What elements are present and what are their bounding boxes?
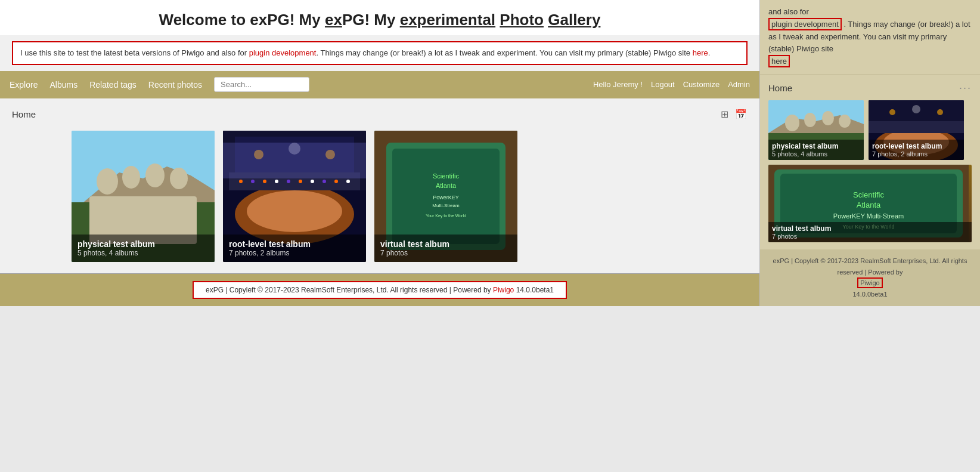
nav-customize[interactable]: Customize — [683, 80, 720, 89]
svg-text:PowerKEY: PowerKEY — [433, 195, 459, 200]
right-panel: and also for plugin development . Things… — [759, 0, 980, 306]
notice-here-link[interactable]: here — [693, 48, 708, 57]
album-meta-physical: 5 photos, 4 albums — [77, 249, 209, 257]
svg-point-18 — [263, 180, 266, 183]
svg-point-38 — [804, 113, 816, 127]
svg-text:Scientific: Scientific — [433, 172, 460, 180]
svg-point-37 — [785, 115, 799, 131]
right-album-meta-physical: 5 photos, 4 albums — [772, 150, 860, 158]
calendar-view-icon[interactable]: 📅 — [734, 108, 748, 121]
svg-text:Atlanta: Atlanta — [436, 182, 457, 189]
breadcrumb-row: Home ⊞ 📅 — [12, 108, 748, 121]
right-album-card-virtual[interactable]: Scientific Atlanta PowerKEY Multi-Stream… — [768, 165, 972, 242]
album-overlay-physical: physical test album 5 photos, 4 albums — [72, 235, 215, 262]
notice-plugin-link[interactable]: plugin development — [249, 48, 317, 57]
right-panel-section: Home ··· physical — [760, 75, 980, 249]
svg-text:PowerKEY Multi-Stream: PowerKEY Multi-Stream — [833, 212, 904, 220]
right-album-card-root[interactable]: root-level test album 7 photos, 2 albums — [869, 100, 964, 160]
right-album-meta-virtual: 7 photos — [772, 233, 968, 240]
right-dots-menu[interactable]: ··· — [959, 82, 972, 94]
nav-logout[interactable]: Logout — [651, 80, 675, 89]
svg-point-23 — [322, 180, 326, 183]
svg-point-25 — [346, 180, 350, 183]
nav-bar: Explore Albums Related tags Recent photo… — [0, 71, 759, 98]
notice-bar: I use this site to test the latest beta … — [12, 41, 748, 65]
svg-text:Your Key to the World: Your Key to the World — [426, 214, 466, 218]
album-name-root: root-level test album — [229, 239, 360, 249]
album-card-physical[interactable]: physical test album 5 photos, 4 albums — [72, 131, 215, 262]
right-panel-footer: exPG | Copyleft © 2017-2023 RealmSoft En… — [760, 249, 980, 306]
right-plugin-development-highlight: plugin development — [768, 18, 842, 30]
svg-point-5 — [145, 163, 165, 187]
right-album-meta-root: 7 photos, 2 albums — [872, 150, 960, 158]
right-footer-piwigo-highlight[interactable]: Piwigo — [857, 277, 882, 288]
svg-point-14 — [325, 150, 335, 159]
nav-explore[interactable]: Explore — [10, 80, 38, 90]
title-underline-experimental: ex — [325, 11, 342, 29]
albums-grid: physical test album 5 photos, 4 albums — [72, 131, 748, 262]
nav-admin[interactable]: Admin — [728, 80, 750, 89]
svg-point-22 — [311, 180, 314, 183]
svg-point-19 — [275, 180, 278, 183]
right-notice-and-also: and also for — [768, 7, 809, 16]
notice-text-before: I use this site to test the latest beta … — [20, 48, 249, 57]
svg-point-3 — [97, 168, 118, 195]
svg-point-16 — [239, 180, 243, 183]
nav-related-tags[interactable]: Related tags — [89, 80, 137, 90]
svg-rect-48 — [869, 121, 964, 133]
svg-point-9 — [247, 190, 342, 232]
svg-point-40 — [839, 115, 851, 128]
nav-albums[interactable]: Albums — [49, 80, 77, 90]
svg-text:Atlanta: Atlanta — [857, 200, 881, 209]
right-footer-version: 14.0.0beta1 — [852, 291, 887, 298]
notice-text-after: . — [708, 48, 711, 57]
right-home-label: Home — [768, 83, 792, 93]
site-footer: exPG | Copyleft © 2017-2023 RealmSoft En… — [0, 273, 759, 306]
page-content: Home ⊞ 📅 — [0, 98, 759, 273]
album-name-physical: physical test album — [77, 239, 209, 249]
album-overlay-virtual: virtual test album 7 photos — [374, 235, 517, 262]
svg-point-47 — [937, 109, 943, 115]
site-header: Welcome to exPG! My exPG! My experimenta… — [0, 0, 759, 35]
search-input[interactable] — [214, 77, 309, 92]
main-area: Welcome to exPG! My exPG! My experimenta… — [0, 0, 759, 306]
album-card-root[interactable]: root-level test album 7 photos, 2 albums — [223, 131, 366, 262]
site-title: Welcome to exPG! My exPG! My experimenta… — [0, 11, 759, 29]
right-albums-grid: physical test album 5 photos, 4 albums — [768, 100, 972, 242]
nav-recent-photos[interactable]: Recent photos — [148, 80, 202, 90]
album-name-virtual: virtual test album — [380, 239, 511, 249]
svg-point-20 — [287, 180, 290, 183]
greeting-text: Hello Jeremy ! — [593, 80, 643, 89]
footer-piwigo-link[interactable]: Piwigo — [493, 286, 514, 294]
right-album-card-physical[interactable]: physical test album 5 photos, 4 albums — [768, 100, 864, 160]
right-home-label-row: Home ··· — [768, 82, 972, 94]
right-album-overlay-physical: physical test album 5 photos, 4 albums — [768, 140, 864, 160]
nav-links: Explore Albums Related tags Recent photo… — [10, 77, 593, 92]
right-footer-text: exPG | Copyleft © 2017-2023 RealmSoft En… — [773, 257, 967, 276]
svg-point-12 — [254, 150, 263, 159]
svg-point-46 — [912, 105, 920, 113]
right-album-name-root: root-level test album — [872, 142, 960, 150]
footer-text: exPG | Copyleft © 2017-2023 RealmSoft En… — [206, 286, 493, 294]
svg-point-6 — [170, 168, 188, 189]
svg-point-17 — [251, 180, 255, 183]
svg-point-13 — [289, 143, 300, 155]
grid-view-icon[interactable]: ⊞ — [718, 108, 731, 121]
svg-text:Multi-Stream: Multi-Stream — [432, 203, 460, 208]
right-album-name-physical: physical test album — [772, 142, 860, 150]
svg-point-24 — [334, 180, 338, 183]
notice-text-middle: . Things may change (or break!) a lot as… — [316, 48, 692, 57]
svg-rect-15 — [229, 172, 360, 190]
right-here-highlight[interactable]: here — [768, 55, 790, 67]
album-card-virtual[interactable]: Scientific Atlanta PowerKEY Multi-Stream… — [374, 131, 517, 262]
right-panel-notice: and also for plugin development . Things… — [760, 0, 980, 75]
nav-right: Hello Jeremy ! Logout Customize Admin — [593, 80, 750, 89]
album-overlay-root: root-level test album 7 photos, 2 albums — [223, 235, 366, 262]
svg-point-4 — [122, 166, 140, 189]
footer-version: 14.0.0beta1 — [514, 286, 554, 294]
svg-rect-11 — [235, 137, 354, 172]
title-underline-gallery: Gallery — [548, 11, 600, 29]
album-meta-root: 7 photos, 2 albums — [229, 249, 360, 257]
album-meta-virtual: 7 photos — [380, 249, 511, 257]
title-underline-photo: Photo — [500, 11, 544, 29]
